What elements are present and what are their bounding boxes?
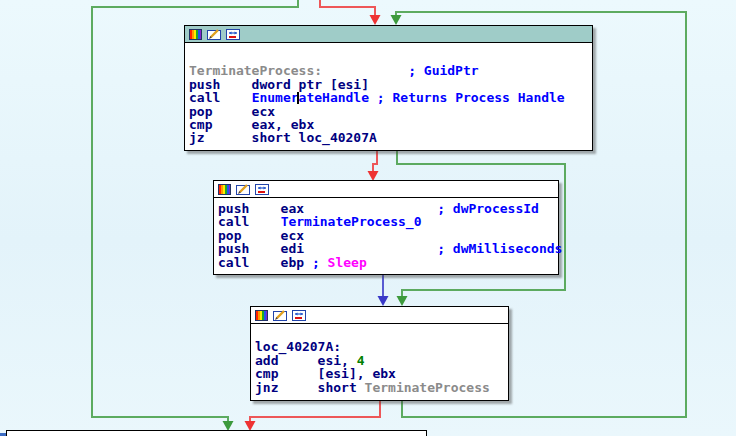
code-line[interactable]: TerminateProcess: ; GuidPtr [189, 64, 592, 77]
palette-icon[interactable] [189, 29, 202, 40]
edit-pencil-icon[interactable] [236, 184, 250, 195]
edit-pencil-icon[interactable] [273, 310, 287, 321]
code-segment: jz short loc_40207A [189, 130, 377, 145]
edge-incoming-red-arrow [370, 15, 381, 25]
edge-jz-true-arrow [397, 296, 408, 306]
code-segment: ; GuidPtr [408, 63, 478, 78]
node-title-bar[interactable] [251, 307, 508, 324]
code-segment: ; dwMilliseconds [437, 241, 562, 256]
basic-block-middle[interactable]: push eax ; dwProcessIdcall TerminateProc… [213, 180, 559, 275]
group-nodes-icon[interactable] [255, 184, 269, 195]
code-line[interactable]: push dword ptr [esi] [189, 78, 592, 91]
code-segment: jnz short [255, 380, 365, 395]
group-nodes-icon[interactable] [292, 310, 306, 321]
code-line[interactable]: loc_40207A: [255, 340, 508, 353]
group-nodes-icon[interactable] [226, 29, 240, 40]
code-line[interactable]: call TerminateProcess_0 [218, 215, 558, 228]
disassembly-code[interactable]: push eax ; dwProcessIdcall TerminateProc… [214, 198, 558, 269]
disassembly-code[interactable]: TerminateProcess: ; GuidPtrpush dword pt… [185, 43, 592, 145]
code-segment: ; Returns Process Handle [377, 90, 565, 105]
code-line[interactable] [255, 327, 508, 340]
code-line[interactable]: pop ecx [189, 105, 592, 118]
edge-jnz-false [250, 401, 380, 424]
node-title-bar[interactable] [185, 26, 592, 43]
graph-view[interactable]: TerminateProcess: ; GuidPtrpush dword pt… [0, 0, 736, 436]
code-line[interactable]: call ebp ; Sleep [218, 256, 558, 269]
code-segment: ; [312, 255, 328, 270]
code-segment: Sleep [328, 255, 367, 270]
code-line[interactable]: cmp [esi], ebx [255, 367, 508, 380]
palette-icon[interactable] [255, 310, 268, 321]
edge-jnz-true-arrow [391, 15, 402, 25]
code-segment: call ebp [218, 255, 312, 270]
code-line[interactable]: add esi, 4 [255, 354, 508, 367]
text-caret [297, 92, 299, 104]
palette-icon[interactable] [218, 184, 231, 195]
code-line[interactable]: jnz short TerminateProcess [255, 381, 508, 394]
edge-jz-false [373, 151, 377, 174]
code-line[interactable]: pop ecx [218, 229, 558, 242]
edge-fallthrough-arrow [378, 296, 389, 306]
code-line[interactable]: call EnumerateHandle ; Returns Process H… [189, 91, 592, 104]
code-line[interactable]: push eax ; dwProcessId [218, 202, 558, 215]
edit-pencil-icon[interactable] [207, 29, 221, 40]
code-line[interactable]: jz short loc_40207A [189, 131, 592, 144]
code-line[interactable]: push edi ; dwMilliseconds [218, 242, 558, 255]
basic-block-bottom-partial[interactable] [6, 430, 427, 436]
code-segment [369, 90, 377, 105]
basic-block-loc40207a[interactable]: loc_40207A:add esi, 4cmp [esi], ebxjnz s… [250, 306, 509, 401]
disassembly-code[interactable]: loc_40207A:add esi, 4cmp [esi], ebxjnz s… [251, 324, 508, 394]
code-line[interactable]: cmp eax, ebx [189, 118, 592, 131]
code-segment: ; dwProcessId [437, 201, 539, 216]
code-segment: TerminateProcess [365, 380, 490, 395]
code-line[interactable] [189, 51, 592, 64]
basic-block-terminateprocess[interactable]: TerminateProcess: ; GuidPtrpush dword pt… [184, 25, 593, 151]
edge-incoming-red [320, 0, 375, 18]
node-title-bar[interactable] [214, 181, 558, 198]
